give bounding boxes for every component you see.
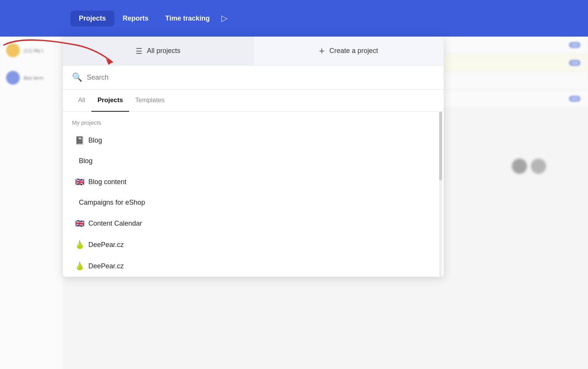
bg-sidebar-label-1: (11) My t [24, 48, 43, 53]
project-name-6: DeePear.cz [88, 241, 124, 249]
project-item-5[interactable]: 🇬🇧 Content Calendar [72, 213, 435, 234]
bg-avatar-1 [512, 159, 527, 174]
project-name-2: Blog [79, 157, 93, 165]
project-name-3: Blog content [88, 178, 126, 186]
tab-projects[interactable]: Projects [91, 90, 129, 112]
plus-icon: + [319, 45, 325, 57]
project-emoji-7: 🍐 [75, 262, 85, 271]
bg-avatar-orange [6, 43, 20, 57]
project-name-4: Campaigns for eShop [79, 199, 145, 207]
project-item-2[interactable]: Blog [72, 151, 435, 171]
tab-bar: All Projects Templates [63, 90, 444, 112]
tab-templates[interactable]: Templates [129, 90, 171, 112]
bg-sidebar: (11) My t Bez term [0, 37, 63, 369]
bg-sidebar-item-2: Bez term [0, 64, 63, 91]
bg-avatar-blue [6, 71, 20, 85]
project-item-4[interactable]: Campaigns for eShop [72, 193, 435, 213]
project-item-6[interactable]: 🍐 DeePear.cz [72, 234, 435, 255]
search-inner: 🔍 [72, 72, 435, 82]
all-projects-label: All projects [147, 47, 181, 55]
project-name-5: Content Calendar [88, 220, 142, 228]
project-emoji-3: 🇬🇧 [75, 177, 85, 186]
project-name-1: Blog [88, 136, 102, 144]
project-emoji-6: 🍐 [75, 240, 85, 249]
search-icon: 🔍 [72, 72, 82, 82]
project-name-7: DeePear.cz [88, 262, 124, 270]
top-navigation: Projects Reports Time tracking ▷ [0, 0, 588, 37]
nav-item-projects[interactable]: Projects [70, 11, 114, 26]
section-label: My projects [72, 112, 435, 130]
search-section: 🔍 [63, 66, 444, 90]
bg-sidebar-item-1: (11) My t [0, 37, 63, 64]
project-item-1[interactable]: 📓 Blog [72, 130, 435, 151]
project-list: My projects 📓 Blog Blog 🇬🇧 Blog content … [63, 112, 444, 277]
nav-item-time-tracking[interactable]: Time tracking [157, 11, 218, 26]
play-icon[interactable]: ▷ [221, 13, 228, 23]
nav-item-reports[interactable]: Reports [114, 11, 157, 26]
project-item-3[interactable]: 🇬🇧 Blog content [72, 171, 435, 193]
search-input[interactable] [87, 74, 435, 82]
create-project-button[interactable]: + Create a project [254, 37, 444, 65]
create-project-label: Create a project [329, 47, 378, 55]
dropdown-top-buttons: ☰ All projects + Create a project [63, 37, 444, 66]
project-item-7[interactable]: 🍐 DeePear.cz [72, 255, 435, 277]
tab-all[interactable]: All [72, 90, 91, 112]
project-emoji-1: 📓 [75, 136, 85, 145]
scrollbar-track[interactable] [439, 112, 442, 277]
bg-right-panel [504, 37, 588, 369]
bg-sidebar-label-2: Bez term [24, 75, 43, 81]
scrollbar-thumb[interactable] [439, 112, 442, 180]
list-icon: ☰ [136, 47, 142, 56]
project-emoji-5: 🇬🇧 [75, 219, 85, 228]
dropdown-panel: ☰ All projects + Create a project 🔍 All … [63, 37, 444, 277]
all-projects-button[interactable]: ☰ All projects [63, 37, 254, 65]
bg-avatar-2 [531, 159, 546, 174]
